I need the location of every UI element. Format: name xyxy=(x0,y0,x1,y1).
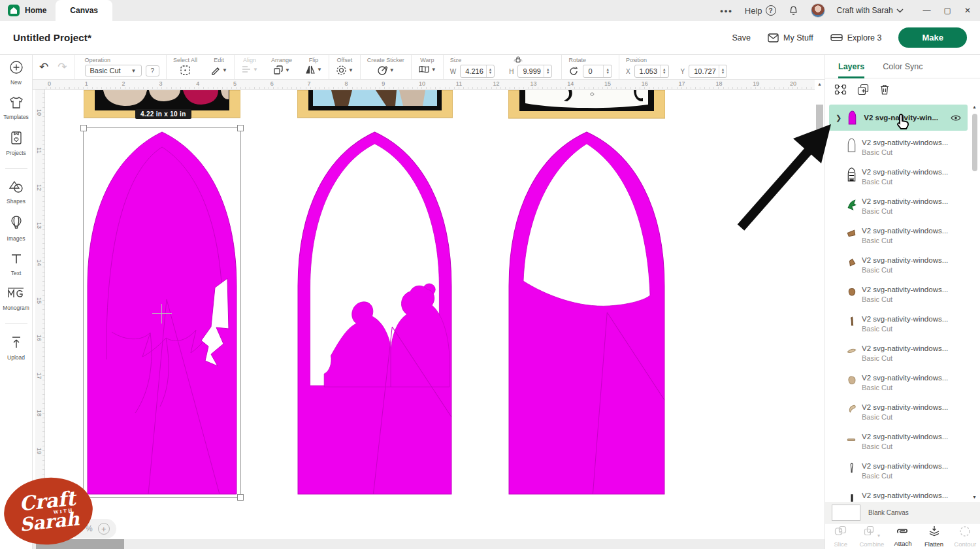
v-ruler-tick: 13 xyxy=(36,222,42,228)
layer-row[interactable]: V2 svg-nativity-windows... Basic Cut xyxy=(825,134,980,163)
layers-scrollbar[interactable]: ▲ ▼ xyxy=(972,105,978,499)
save-button[interactable]: Save xyxy=(732,33,751,42)
attach-icon xyxy=(896,526,910,539)
create-sticker-icon[interactable]: ▼ xyxy=(377,65,395,76)
blank-canvas-thumbnail[interactable] xyxy=(832,505,860,521)
y-stepper[interactable]: ▲▼ xyxy=(719,65,727,77)
rotate-icon[interactable] xyxy=(568,66,579,76)
layer-row[interactable]: V2 svg-nativity-windows... Basic Cut xyxy=(825,428,980,458)
delete-trash-icon[interactable] xyxy=(879,84,890,95)
arrange-icon[interactable]: ▼ xyxy=(273,65,290,75)
zoom-in-icon[interactable]: + xyxy=(98,523,110,535)
x-position-input[interactable]: 1.053▲▼ xyxy=(634,65,669,78)
selected-layer-name: V2 svg-nativity-win... xyxy=(864,114,938,122)
expand-chevron-icon[interactable]: ❯ xyxy=(836,114,841,122)
layer-row[interactable]: V2 svg-nativity-windows... Basic Cut xyxy=(825,369,980,399)
h-ruler-tick: 3 xyxy=(159,80,162,87)
action-label: Attach xyxy=(894,540,912,547)
layer-row[interactable]: V2 svg-nativity-windows... Basic Cut xyxy=(825,310,980,340)
y-position-input[interactable]: 10.727▲▼ xyxy=(689,65,727,78)
slice-button[interactable]: Slice xyxy=(825,524,857,549)
redo-icon[interactable]: ↷ xyxy=(57,60,67,74)
notifications-bell-icon[interactable] xyxy=(788,5,799,16)
x-stepper[interactable]: ▲▼ xyxy=(660,65,668,77)
nativity-window-arch-3[interactable] xyxy=(508,131,665,495)
sidebar-item-text[interactable]: Text xyxy=(10,252,23,276)
sidebar-item-shapes[interactable]: Shapes xyxy=(7,180,25,205)
account-menu[interactable]: Craft with Sarah xyxy=(837,6,904,15)
sidebar-item-templates[interactable]: Templates xyxy=(3,96,29,120)
layer-row[interactable]: V2 svg-nativity-windows... Basic Cut xyxy=(825,252,980,281)
window-close-button[interactable]: ✕ xyxy=(964,6,971,15)
flatten-button[interactable]: Flatten xyxy=(919,524,950,549)
nativity-window-arch-2[interactable] xyxy=(297,131,452,495)
height-stepper[interactable]: ▲▼ xyxy=(544,65,551,77)
selection-handle-top-left[interactable] xyxy=(80,125,87,131)
layer-row[interactable]: V2 svg-nativity-windows... Basic Cut xyxy=(825,163,980,193)
make-button[interactable]: Make xyxy=(898,27,967,48)
sidebar-item-projects[interactable]: Projects xyxy=(6,131,26,156)
nativity-window-arch-1[interactable] xyxy=(87,131,237,495)
offset-icon[interactable]: ▼ xyxy=(336,65,353,76)
tab-home[interactable]: Home xyxy=(0,0,56,21)
user-avatar[interactable] xyxy=(811,3,825,18)
explore-machines-button[interactable]: Explore 3 xyxy=(830,33,882,42)
layer-row[interactable]: V2 svg-nativity-windows... Basic Cut xyxy=(825,222,980,252)
stained-glass-design-2[interactable] xyxy=(297,90,453,118)
combine-button[interactable]: ▾Combine xyxy=(857,524,888,549)
ungroup-icon[interactable] xyxy=(834,84,847,95)
sidebar-item-monogram[interactable]: Monogram xyxy=(3,287,29,311)
layer-row-selected[interactable]: ❯ V2 svg-nativity-win... xyxy=(829,105,968,131)
warp-icon[interactable]: ▼ xyxy=(418,65,436,74)
height-input[interactable]: 9.999▲▼ xyxy=(517,65,552,78)
window-maximize-button[interactable]: ▢ xyxy=(944,6,951,15)
rotate-stepper[interactable]: ▲▼ xyxy=(603,65,611,77)
duplicate-icon[interactable] xyxy=(857,84,869,95)
contour-button[interactable]: Contour xyxy=(949,524,980,549)
window-minimize-button[interactable]: — xyxy=(923,6,931,15)
undo-icon[interactable]: ↶ xyxy=(39,60,48,74)
width-stepper[interactable]: ▲▼ xyxy=(486,65,494,77)
sidebar-item-upload[interactable]: Upload xyxy=(7,335,25,361)
layer-row[interactable]: V2 svg-nativity-windows... Basic Cut xyxy=(825,281,980,310)
tab-layers[interactable]: Layers xyxy=(838,55,864,78)
help-menu[interactable]: Help ? xyxy=(745,5,776,16)
scroll-up-icon[interactable]: ▲ xyxy=(817,82,822,86)
visibility-eye-icon[interactable] xyxy=(951,114,961,122)
layer-row[interactable]: V2 svg-nativity-windows... Basic Cut xyxy=(825,340,980,369)
selection-handle-top-right[interactable] xyxy=(237,125,244,131)
canvas-vertical-scrollbar[interactable]: ▲ xyxy=(815,80,825,539)
size-lock-icon[interactable] xyxy=(514,56,523,63)
my-stuff-button[interactable]: My Stuff xyxy=(768,33,813,42)
layers-scroll-down-icon[interactable]: ▼ xyxy=(972,495,977,499)
v-scroll-thumb[interactable] xyxy=(816,105,823,129)
blank-canvas-row[interactable]: Blank Canvas xyxy=(825,502,980,523)
layers-scroll-up-icon[interactable]: ▲ xyxy=(972,105,977,109)
rotate-input[interactable]: 0▲▼ xyxy=(583,65,612,78)
attach-button[interactable]: Attach xyxy=(887,524,919,549)
more-menu-icon[interactable]: ••• xyxy=(720,6,733,16)
tab-color-sync[interactable]: Color Sync xyxy=(883,55,923,78)
selection-handle-bottom-right[interactable] xyxy=(237,494,244,501)
sidebar-item-images[interactable]: Images xyxy=(7,215,25,242)
canvas-horizontal-scrollbar[interactable] xyxy=(33,539,825,549)
sidebar-item-label: Upload xyxy=(7,354,25,361)
align-icon[interactable]: ▼ xyxy=(241,65,258,74)
layer-type: Basic Cut xyxy=(862,295,948,305)
design-canvas[interactable]: 01234567891011121314151617181920 1011121… xyxy=(33,80,825,549)
select-all-icon[interactable] xyxy=(180,65,191,76)
flip-icon[interactable]: ▼ xyxy=(305,65,322,75)
operation-dropdown[interactable]: Basic Cut▼ xyxy=(85,65,142,76)
sidebar-item-new[interactable]: New xyxy=(9,60,24,86)
operation-help-button[interactable]: ? xyxy=(146,65,160,76)
layer-row[interactable]: V2 svg-nativity-windows... Basic Cut xyxy=(825,487,980,502)
layer-row[interactable]: V2 svg-nativity-windows... Basic Cut xyxy=(825,458,980,487)
tab-canvas[interactable]: Canvas xyxy=(56,0,112,21)
contour-icon xyxy=(959,525,971,540)
width-input[interactable]: 4.216▲▼ xyxy=(460,65,495,78)
layer-row[interactable]: V2 svg-nativity-windows... Basic Cut xyxy=(825,399,980,428)
edit-pencil-icon[interactable]: ▼ xyxy=(210,65,227,75)
stained-glass-design-3[interactable] xyxy=(508,90,665,119)
layer-row[interactable]: V2 svg-nativity-windows... Basic Cut xyxy=(825,193,980,222)
layers-scroll-thumb[interactable] xyxy=(972,114,977,171)
